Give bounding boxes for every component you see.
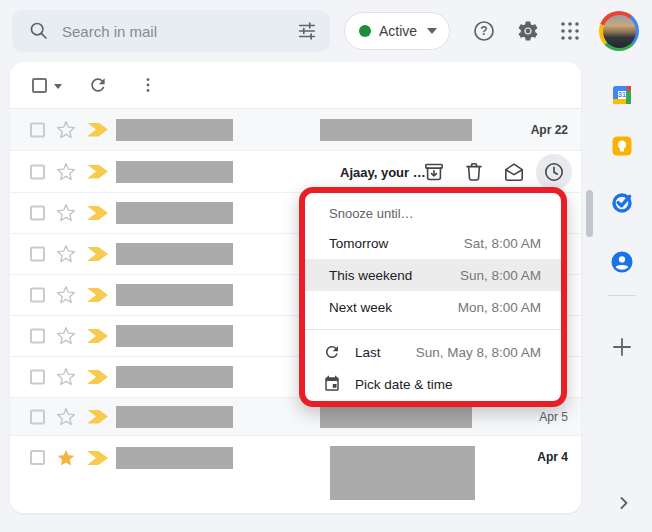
more-options-icon[interactable] [138, 75, 158, 95]
row-checkbox[interactable] [30, 247, 45, 262]
sender-placeholder [116, 447, 233, 469]
sender-placeholder [116, 243, 233, 265]
help-icon[interactable]: ? [472, 19, 496, 43]
row-checkbox[interactable] [30, 206, 45, 221]
row-checkbox[interactable] [30, 329, 45, 344]
add-addon-plus-icon[interactable] [610, 335, 634, 359]
mail-toolbar [10, 62, 581, 109]
google-calendar-icon[interactable]: 31 [610, 83, 634, 107]
search-input[interactable] [12, 10, 330, 52]
search-options-icon[interactable] [296, 20, 318, 42]
importance-marker-icon[interactable] [87, 370, 108, 384]
sender-placeholder [116, 202, 233, 224]
importance-marker-icon[interactable] [87, 247, 108, 261]
star-outline-icon[interactable] [56, 285, 76, 305]
star-outline-icon[interactable] [56, 162, 76, 182]
sender-placeholder [116, 119, 233, 141]
importance-marker-icon[interactable] [87, 206, 108, 220]
side-panel-collapse-chevron-icon[interactable] [614, 493, 634, 513]
subject-placeholder [320, 119, 472, 141]
row-checkbox[interactable] [30, 122, 45, 137]
archive-icon[interactable] [422, 160, 446, 184]
email-subject-preview: Ajaay, your … [340, 164, 426, 179]
snooze-option-this-weekend[interactable]: This weekend Sun, 8:00 AM [305, 259, 561, 291]
importance-marker-icon[interactable] [87, 451, 108, 465]
row-checkbox[interactable] [30, 409, 45, 424]
refresh-icon[interactable] [88, 75, 108, 95]
delete-icon[interactable] [462, 160, 486, 184]
active-status-dot [359, 25, 371, 37]
select-all-checkbox[interactable] [32, 78, 47, 93]
snooze-option-last[interactable]: Last Sun, May 8, 8:00 AM [305, 336, 561, 368]
chevron-down-icon [427, 28, 437, 34]
svg-text:?: ? [480, 24, 487, 38]
repeat-last-icon [323, 343, 341, 361]
gmail-window: Active ? [0, 0, 652, 532]
sender-placeholder [116, 161, 233, 183]
scrollbar-thumb[interactable] [586, 190, 593, 237]
sender-placeholder [116, 366, 233, 388]
star-outline-icon[interactable] [56, 244, 76, 264]
importance-marker-icon[interactable] [87, 123, 108, 137]
active-status-label: Active [379, 23, 417, 39]
svg-text:31: 31 [618, 91, 626, 98]
sender-placeholder [116, 284, 233, 306]
mark-read-envelope-icon[interactable] [502, 160, 526, 184]
star-outline-icon[interactable] [56, 120, 76, 140]
settings-gear-icon[interactable] [516, 19, 540, 43]
email-date: Apr 5 [539, 410, 568, 424]
google-contacts-icon[interactable] [610, 250, 634, 274]
sender-placeholder [116, 406, 233, 428]
row-checkbox[interactable] [30, 164, 45, 179]
star-outline-icon[interactable] [56, 407, 76, 427]
importance-marker-icon[interactable] [87, 165, 108, 179]
row-checkbox[interactable] [30, 370, 45, 385]
email-date: Apr 22 [531, 123, 568, 137]
snooze-menu-annotation-frame: Snooze until… Tomorrow Sat, 8:00 AM This… [299, 187, 567, 407]
star-outline-icon[interactable] [56, 326, 76, 346]
menu-divider [305, 329, 561, 330]
sidebar-divider [608, 295, 636, 296]
row-checkbox[interactable] [30, 450, 45, 465]
star-outline-icon[interactable] [56, 367, 76, 387]
google-tasks-icon[interactable] [610, 190, 634, 214]
sender-placeholder [116, 325, 233, 347]
email-date: Apr 4 [537, 450, 568, 464]
chat-status-chip[interactable]: Active [344, 12, 450, 50]
importance-marker-icon[interactable] [87, 329, 108, 343]
email-row[interactable]: Apr 4 [10, 436, 581, 513]
google-apps-grid-icon[interactable] [558, 19, 582, 43]
snooze-clock-icon[interactable] [542, 160, 566, 184]
importance-marker-icon[interactable] [87, 410, 108, 424]
snooze-option-next-week[interactable]: Next week Mon, 8:00 AM [305, 291, 561, 323]
calendar-event-icon [323, 375, 341, 393]
star-filled-icon[interactable] [56, 448, 76, 468]
importance-marker-icon[interactable] [87, 288, 108, 302]
avatar-photo [603, 15, 636, 48]
subject-placeholder [330, 446, 475, 500]
profile-avatar[interactable] [599, 11, 639, 51]
subject-placeholder [320, 406, 472, 428]
snooze-menu-title: Snooze until… [329, 205, 537, 223]
google-keep-icon[interactable] [610, 134, 634, 158]
row-checkbox[interactable] [30, 288, 45, 303]
select-dropdown-caret-icon[interactable] [54, 84, 62, 89]
snooze-option-pick-date-time[interactable]: Pick date & time [305, 368, 561, 400]
email-row[interactable]: Apr 22 [10, 109, 581, 151]
search-bar[interactable] [12, 10, 330, 52]
snooze-option-tomorrow[interactable]: Tomorrow Sat, 8:00 AM [305, 227, 561, 259]
star-outline-icon[interactable] [56, 203, 76, 223]
